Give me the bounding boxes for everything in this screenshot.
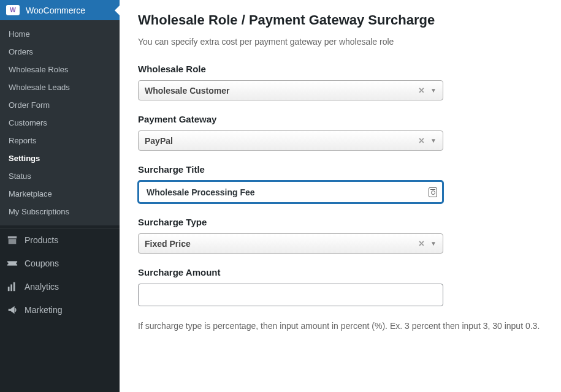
clear-icon[interactable]: × bbox=[419, 85, 424, 96]
wholesale-role-value: Wholesale Customer bbox=[145, 86, 419, 96]
page-title: Wholesale Role / Payment Gateway Surchar… bbox=[138, 12, 543, 28]
sidebar-item-wholesale-roles[interactable]: Wholesale Roles bbox=[0, 61, 120, 78]
menu-item-coupons[interactable]: Coupons bbox=[0, 252, 120, 275]
wholesale-role-label: Wholesale Role bbox=[138, 64, 543, 74]
chevron-down-icon: ▼ bbox=[430, 87, 437, 94]
sidebar-active-label: WooCommerce bbox=[26, 6, 85, 15]
chevron-down-icon: ▼ bbox=[430, 137, 437, 144]
menu-item-label: Coupons bbox=[25, 258, 59, 268]
chevron-down-icon: ▼ bbox=[430, 240, 437, 247]
sidebar-item-reports[interactable]: Reports bbox=[0, 132, 120, 149]
field-surcharge-amount: Surcharge Amount bbox=[138, 267, 543, 306]
field-payment-gateway: Payment Gateway PayPal × ▼ bbox=[138, 114, 543, 151]
svg-rect-2 bbox=[7, 261, 17, 265]
megaphone-icon bbox=[6, 304, 18, 316]
sidebar-item-home[interactable]: Home bbox=[0, 25, 120, 43]
surcharge-type-value: Fixed Price bbox=[145, 239, 419, 249]
surcharge-type-select[interactable]: Fixed Price × ▼ bbox=[138, 233, 443, 254]
surcharge-title-label: Surcharge Title bbox=[138, 164, 543, 175]
clear-icon[interactable]: × bbox=[419, 238, 424, 249]
payment-gateway-label: Payment Gateway bbox=[138, 114, 543, 124]
menu-item-marketing[interactable]: Marketing bbox=[0, 298, 120, 322]
sidebar-item-marketplace[interactable]: Marketplace bbox=[0, 185, 120, 203]
sidebar-item-wholesale-leads[interactable]: Wholesale Leads bbox=[0, 78, 120, 96]
sidebar-submenu: Home Orders Wholesale Roles Wholesale Le… bbox=[0, 20, 120, 225]
stats-icon bbox=[6, 281, 18, 293]
field-surcharge-type: Surcharge Type Fixed Price × ▼ bbox=[138, 217, 543, 254]
content-area: Wholesale Role / Payment Gateway Surchar… bbox=[120, 0, 561, 392]
woocommerce-icon: W bbox=[6, 5, 20, 15]
surcharge-amount-label: Surcharge Amount bbox=[138, 267, 543, 277]
svg-rect-0 bbox=[8, 236, 17, 239]
menu-item-label: Marketing bbox=[25, 305, 62, 315]
archive-icon bbox=[6, 234, 18, 246]
clear-icon[interactable]: × bbox=[419, 135, 424, 146]
svg-rect-7 bbox=[13, 282, 15, 291]
sidebar-item-customers[interactable]: Customers bbox=[0, 114, 120, 132]
payment-gateway-value: PayPal bbox=[145, 136, 419, 146]
wholesale-role-select[interactable]: Wholesale Customer × ▼ bbox=[138, 80, 443, 100]
svg-rect-6 bbox=[10, 284, 12, 291]
field-surcharge-title: Surcharge Title bbox=[138, 164, 543, 203]
sidebar-item-settings[interactable]: Settings bbox=[0, 149, 120, 167]
sidebar-item-status[interactable]: Status bbox=[0, 167, 120, 185]
sidebar-item-order-form[interactable]: Order Form bbox=[0, 96, 120, 114]
payment-gateway-select[interactable]: PayPal × ▼ bbox=[138, 130, 443, 151]
svg-rect-5 bbox=[8, 287, 10, 291]
sidebar-active-woocommerce[interactable]: W WooCommerce bbox=[0, 0, 120, 20]
menu-item-analytics[interactable]: Analytics bbox=[0, 275, 120, 298]
field-wholesale-role: Wholesale Role Wholesale Customer × ▼ bbox=[138, 64, 543, 100]
sidebar-item-orders[interactable]: Orders bbox=[0, 43, 120, 61]
menu-item-label: Products bbox=[25, 235, 58, 245]
sidebar-item-my-subscriptions[interactable]: My Subscriptions bbox=[0, 203, 120, 221]
sidebar: W WooCommerce Home Orders Wholesale Role… bbox=[0, 0, 120, 392]
surcharge-amount-help: If surcharge type is percentage, then in… bbox=[138, 320, 555, 333]
surcharge-amount-input[interactable] bbox=[138, 284, 443, 306]
ticket-icon bbox=[6, 257, 18, 270]
page-description: You can specify extra cost per payment g… bbox=[138, 37, 543, 47]
menu-item-products[interactable]: Products bbox=[0, 228, 120, 252]
surcharge-title-input[interactable] bbox=[138, 181, 443, 203]
svg-rect-1 bbox=[9, 239, 17, 244]
surcharge-type-label: Surcharge Type bbox=[138, 217, 543, 227]
menu-item-label: Analytics bbox=[25, 282, 59, 292]
